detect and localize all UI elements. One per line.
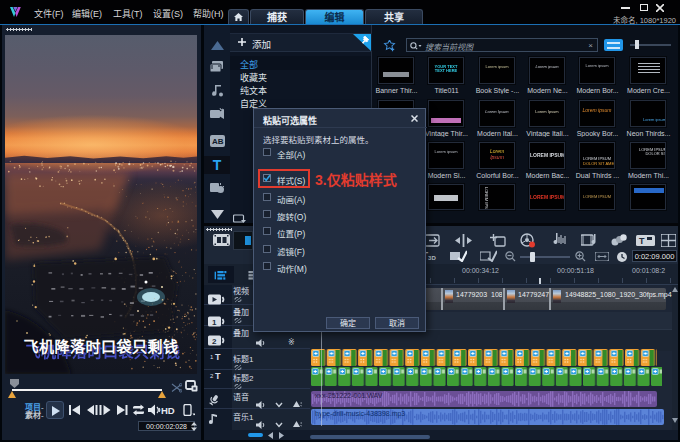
svg-text:AB: AB [212, 137, 224, 146]
svg-text:hype-drill-music-438398.mp3: hype-drill-music-438398.mp3 [315, 410, 405, 418]
svg-text:1: 1 [212, 318, 217, 327]
svg-text:xxx-251222-001.WAV: xxx-251222-001.WAV [315, 392, 383, 399]
svg-text:T: T [639, 236, 645, 246]
svg-text:HD: HD [161, 405, 175, 416]
svg-text:2: 2 [212, 337, 217, 346]
